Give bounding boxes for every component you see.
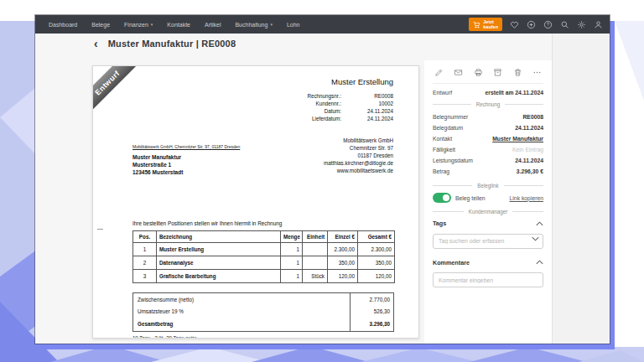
share-label: Beleg teilen [455, 195, 486, 201]
grand-total-row: Gesamtbetrag 3.296,30 [133, 317, 393, 331]
add-circle-icon[interactable] [527, 20, 536, 29]
invoice-doc-title: Muster Erstellung [331, 77, 393, 86]
invoice-intro-text: Ihre bestellten Positionen stellen wir I… [132, 220, 282, 226]
nav-item-finanzen[interactable]: Finanzen▾ [124, 22, 153, 28]
page-title: Muster Manufaktur | RE0008 [108, 39, 236, 49]
col-menge: Menge [281, 231, 303, 243]
subtotal-row: Zwischensumme (netto) 2.770,00 [133, 293, 393, 305]
field-kontakt: Kontakt Muster Manufaktur [433, 133, 543, 144]
field-betrag: Betrag 3.296,30 € [433, 166, 543, 177]
table-row: 3 Grafische Bearbeitung 1 Stück 120,00 1… [133, 270, 395, 283]
heart-icon[interactable] [510, 20, 519, 29]
section-divider-kundenmanager: Kundenmanager [433, 209, 543, 215]
section-divider-rechnung: Rechnung [433, 101, 543, 107]
copy-link-button[interactable]: Link kopieren [510, 195, 543, 201]
nav-item-artikel[interactable]: Artikel [205, 22, 221, 28]
company-address: Mobilitätswerk GmbH Chemnitzer Str. 97 0… [324, 137, 393, 174]
nav-item-dashboard[interactable]: Dashboard [49, 22, 77, 28]
invoice-meta: Rechnungsnr.:RE0008 Kundennr.:10002 Datu… [307, 92, 393, 122]
top-navbar: Dashboard Belege Finanzen▾ Kontakte Arti… [35, 15, 610, 34]
print-icon[interactable] [474, 68, 483, 77]
comments-section-header: Kommentare [433, 259, 543, 266]
meta-value: 10002 [345, 100, 393, 107]
chevron-down-icon[interactable] [532, 236, 539, 241]
navbar-actions: Jetztkaufen [469, 18, 603, 31]
table-row: 2 Datenanalyse 1 350,00 350,00 [133, 256, 395, 270]
meta-label: Kundennr.: [307, 100, 341, 107]
nav-item-belege[interactable]: Belege [91, 22, 110, 28]
recipient-address: Muster Manufaktur Musterstraße 1 123456 … [132, 153, 183, 176]
buy-now-button[interactable]: Jetztkaufen [469, 18, 502, 31]
meta-label: Rechnungsnr.: [307, 92, 341, 100]
payment-terms-note: 10 Tage - 3 %, 30 Tage netto [132, 335, 197, 339]
status-row: Entwurf erstellt am 24.11.2024 [433, 90, 543, 96]
share-toggle[interactable] [433, 193, 451, 203]
chevron-up-icon[interactable] [536, 221, 543, 226]
document-actions [433, 65, 543, 84]
meta-value: 24.11.2024 [345, 115, 393, 122]
section-divider-beleglink: Beleglink [433, 183, 543, 189]
totals-box: Zwischensumme (netto) 2.770,00 Umsatzste… [132, 292, 394, 332]
meta-label: Lieferdatum: [307, 115, 341, 122]
contact-link[interactable]: Muster Manufaktur [492, 136, 543, 142]
chevron-up-icon[interactable] [536, 260, 543, 265]
col-einzel: Einzel € [328, 231, 358, 243]
meta-value: 24.11.2024 [345, 107, 393, 115]
chevron-down-icon: ▾ [270, 23, 273, 27]
status-date: erstellt am 24.11.2024 [485, 90, 543, 96]
gear-icon[interactable] [577, 20, 586, 29]
comment-input[interactable] [433, 272, 543, 287]
screen: Dashboard Belege Finanzen▾ Kontakte Arti… [0, 0, 644, 362]
back-button[interactable]: ‹ [94, 38, 98, 49]
share-row: Beleg teilen Link kopieren [433, 193, 543, 203]
table-header-row: Pos. Bezeichnung Menge Einheit Einzel € … [133, 231, 395, 243]
chevron-down-icon: ▾ [151, 23, 153, 27]
more-options-icon[interactable] [532, 68, 542, 77]
app-window: Dashboard Belege Finanzen▾ Kontakte Arti… [35, 15, 610, 344]
col-bezeichnung: Bezeichnung [157, 231, 281, 243]
meta-label: Datum: [307, 107, 341, 115]
right-gutter [552, 34, 610, 344]
tags-input-wrap [433, 231, 543, 249]
help-icon[interactable] [543, 20, 553, 29]
invoice-document: Entwurf Muster Erstellung Rechnungsnr.:R… [92, 65, 419, 339]
comments-section: Kommentare [433, 259, 543, 288]
tags-section-header: Tags [433, 220, 543, 227]
draft-ribbon: Entwurf [92, 65, 140, 116]
tags-search-input[interactable] [433, 234, 543, 249]
tax-row: Umsatzsteuer 19 % 526,30 [133, 305, 393, 317]
user-icon[interactable] [594, 20, 603, 29]
cart-icon [473, 21, 480, 28]
col-pos: Pos. [133, 231, 157, 243]
email-icon[interactable] [454, 68, 463, 77]
page-header: ‹ Muster Manufaktur | RE0008 [94, 38, 236, 49]
line-items-table: Pos. Bezeichnung Menge Einheit Einzel € … [132, 230, 395, 283]
archive-icon[interactable] [493, 68, 502, 77]
delete-icon[interactable] [513, 68, 522, 77]
detail-panel: Entwurf erstellt am 24.11.2024 Rechnung … [424, 60, 552, 344]
field-belegnummer: Belegnummer RE0008 [433, 111, 543, 122]
col-gesamt: Gesamt € [358, 231, 395, 243]
col-einheit: Einheit [303, 231, 328, 243]
fold-mark [97, 229, 103, 230]
comment-input-wrap [433, 271, 543, 288]
sender-address-line: Mobilitätswerk GmbH, Chemnitzer Str. 97,… [132, 144, 240, 149]
status-badge: Entwurf [433, 90, 452, 96]
search-icon[interactable] [560, 20, 569, 29]
nav-item-kontakte[interactable]: Kontakte [167, 22, 190, 28]
field-faelligkeit: Fälligkeit Kein Eintrag [433, 144, 543, 155]
nav-item-lohn[interactable]: Lohn [287, 22, 300, 28]
edit-icon[interactable] [434, 68, 444, 77]
meta-value: RE0008 [345, 92, 393, 100]
table-row: 1 Muster Erstellung 1 2.300,00 2.300,00 [133, 243, 395, 256]
field-leistungsdatum: Leistungsdatum 24.11.2024 [433, 155, 543, 166]
field-belegdatum: Belegdatum 24.11.2024 [433, 122, 543, 133]
nav-item-buchhaltung[interactable]: Buchhaltung▾ [235, 22, 272, 28]
